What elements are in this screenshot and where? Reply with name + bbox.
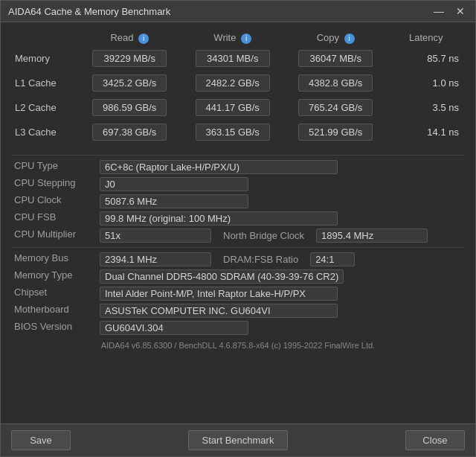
north-bridge-box: 1895.4 MHz — [316, 228, 428, 243]
motherboard-value: ASUSTeK COMPUTER INC. GU604VI — [97, 302, 465, 319]
start-benchmark-button[interactable]: Start Benchmark — [188, 430, 289, 450]
memory-bus-box: 2394.1 MHz — [100, 252, 211, 266]
bench-write-value: 2482.2 GB/s — [196, 74, 270, 92]
table-row: CPU Stepping J0 — [11, 176, 465, 193]
cpu-stepping-label: CPU Stepping — [11, 176, 97, 193]
copy-info-icon[interactable]: i — [344, 33, 355, 44]
col-copy-header: Copy i — [284, 30, 387, 46]
bench-copy-cell: 521.99 GB/s — [284, 120, 387, 144]
col-write-header: Write i — [181, 30, 283, 46]
bench-latency-cell: 3.5 ns — [387, 95, 465, 120]
bench-read-cell: 39229 MB/s — [78, 46, 181, 71]
dram-fsb-box: 24:1 — [310, 252, 355, 266]
bench-read-value: 39229 MB/s — [92, 50, 167, 67]
bench-read-cell: 3425.2 GB/s — [78, 71, 181, 95]
window-controls: — ✕ — [431, 5, 468, 17]
close-button[interactable]: Close — [405, 430, 465, 450]
close-button-title[interactable]: ✕ — [453, 5, 468, 17]
north-bridge-label: North Bridge Clock — [223, 230, 304, 241]
table-row: L3 Cache 697.38 GB/s 363.15 GB/s 521.99 … — [11, 120, 465, 144]
chipset-label: Chipset — [11, 285, 97, 302]
chipset-value: Intel Alder Point-M/P, Intel Raptor Lake… — [97, 285, 465, 302]
divider-1 — [11, 155, 465, 156]
bench-write-cell: 441.17 GB/s — [181, 95, 283, 120]
bench-copy-value: 4382.8 GB/s — [298, 74, 373, 92]
bench-copy-value: 765.24 GB/s — [298, 99, 373, 116]
dram-fsb-label: DRAM:FSB Ratio — [223, 254, 298, 265]
bench-write-value: 363.15 GB/s — [196, 124, 270, 141]
save-button[interactable]: Save — [11, 430, 71, 450]
bench-latency-cell: 85.7 ns — [387, 46, 465, 71]
benchmark-table: Read i Write i Copy i Latency Memory — [11, 30, 465, 144]
cpu-type-label: CPU Type — [11, 159, 97, 176]
table-row: Motherboard ASUSTeK COMPUTER INC. GU604V… — [11, 302, 465, 319]
bios-value: GU604VI.304 — [97, 319, 465, 336]
bench-latency-value: 85.7 ns — [407, 53, 459, 64]
toolbar: Save Start Benchmark Close — [1, 424, 475, 456]
read-info-icon[interactable]: i — [138, 33, 149, 44]
memory-type-value: Dual Channel DDR5-4800 SDRAM (40-39-39-7… — [97, 268, 465, 285]
motherboard-label: Motherboard — [11, 302, 97, 319]
bench-latency-value: 1.0 ns — [407, 77, 459, 89]
bench-write-value: 34301 MB/s — [196, 50, 270, 67]
mem-info-table: Memory Bus 2394.1 MHz DRAM:FSB Ratio 24:… — [11, 251, 465, 336]
bench-copy-value: 36047 MB/s — [298, 50, 373, 67]
cpu-stepping-value: J0 — [97, 176, 465, 193]
window-title: AIDA64 Cache & Memory Benchmark — [8, 6, 170, 17]
cpu-info-table: CPU Type 6C+8c (Raptor Lake-H/P/PX/U) CP… — [11, 159, 465, 244]
memory-bus-value: 2394.1 MHz DRAM:FSB Ratio 24:1 — [97, 251, 465, 268]
table-row: Memory 39229 MB/s 34301 MB/s 36047 MB/s … — [11, 46, 465, 71]
bench-row-label: L2 Cache — [11, 95, 78, 120]
cpu-clock-label: CPU Clock — [11, 193, 97, 210]
bench-read-value: 986.59 GB/s — [92, 99, 167, 116]
cpu-clock-box: 5087.6 MHz — [100, 194, 248, 208]
bench-read-cell: 697.38 GB/s — [78, 120, 181, 144]
table-row: CPU FSB 99.8 MHz (original: 100 MHz) — [11, 210, 465, 227]
bench-write-cell: 363.15 GB/s — [181, 120, 283, 144]
bios-label: BIOS Version — [11, 319, 97, 336]
bench-row-label: L1 Cache — [11, 71, 78, 95]
motherboard-box: ASUSTeK COMPUTER INC. GU604VI — [100, 304, 338, 318]
bench-read-cell: 986.59 GB/s — [78, 95, 181, 120]
bench-row-label: Memory — [11, 46, 78, 71]
table-row: Memory Bus 2394.1 MHz DRAM:FSB Ratio 24:… — [11, 251, 465, 268]
cpu-multiplier-label: CPU Multiplier — [11, 227, 97, 244]
bench-latency-cell: 1.0 ns — [387, 71, 465, 95]
cpu-fsb-value: 99.8 MHz (original: 100 MHz) — [97, 210, 465, 227]
table-row: CPU Type 6C+8c (Raptor Lake-H/P/PX/U) — [11, 159, 465, 176]
cpu-multiplier-box: 51x — [100, 228, 211, 243]
bench-copy-cell: 765.24 GB/s — [284, 95, 387, 120]
table-row: Chipset Intel Alder Point-M/P, Intel Rap… — [11, 285, 465, 302]
write-info-icon[interactable]: i — [241, 33, 251, 44]
bench-latency-cell: 14.1 ns — [387, 120, 465, 144]
bench-write-value: 441.17 GB/s — [196, 99, 270, 116]
cpu-clock-value: 5087.6 MHz — [97, 193, 465, 210]
bench-write-cell: 2482.2 GB/s — [181, 71, 283, 95]
bench-row-label: L3 Cache — [11, 120, 78, 144]
minimize-button[interactable]: — — [431, 5, 447, 17]
cpu-fsb-label: CPU FSB — [11, 210, 97, 227]
memory-bus-label: Memory Bus — [11, 251, 97, 268]
bench-latency-value: 3.5 ns — [407, 102, 459, 113]
bios-box: GU604VI.304 — [100, 321, 248, 335]
main-content: Read i Write i Copy i Latency Memory — [1, 22, 475, 424]
bench-copy-value: 521.99 GB/s — [298, 124, 373, 141]
bench-write-cell: 34301 MB/s — [181, 46, 283, 71]
table-row: BIOS Version GU604VI.304 — [11, 319, 465, 336]
divider-2 — [11, 247, 465, 248]
table-row: CPU Clock 5087.6 MHz — [11, 193, 465, 210]
bench-read-value: 697.38 GB/s — [92, 124, 167, 141]
chipset-box: Intel Alder Point-M/P, Intel Raptor Lake… — [100, 287, 338, 301]
col-latency-header: Latency — [387, 30, 465, 46]
titlebar: AIDA64 Cache & Memory Benchmark — ✕ — [1, 1, 475, 22]
table-row: L1 Cache 3425.2 GB/s 2482.2 GB/s 4382.8 … — [11, 71, 465, 95]
bench-copy-cell: 4382.8 GB/s — [284, 71, 387, 95]
cpu-type-value: 6C+8c (Raptor Lake-H/P/PX/U) — [97, 159, 465, 176]
memory-type-box: Dual Channel DDR5-4800 SDRAM (40-39-39-7… — [100, 269, 344, 284]
col-read-header: Read i — [78, 30, 181, 46]
cpu-fsb-box: 99.8 MHz (original: 100 MHz) — [100, 211, 338, 226]
cpu-type-box: 6C+8c (Raptor Lake-H/P/PX/U) — [100, 160, 338, 174]
cpu-stepping-box: J0 — [100, 177, 248, 191]
footer-text: AIDA64 v6.85.6300 / BenchDLL 4.6.875.8-x… — [11, 336, 465, 353]
bench-copy-cell: 36047 MB/s — [284, 46, 387, 71]
